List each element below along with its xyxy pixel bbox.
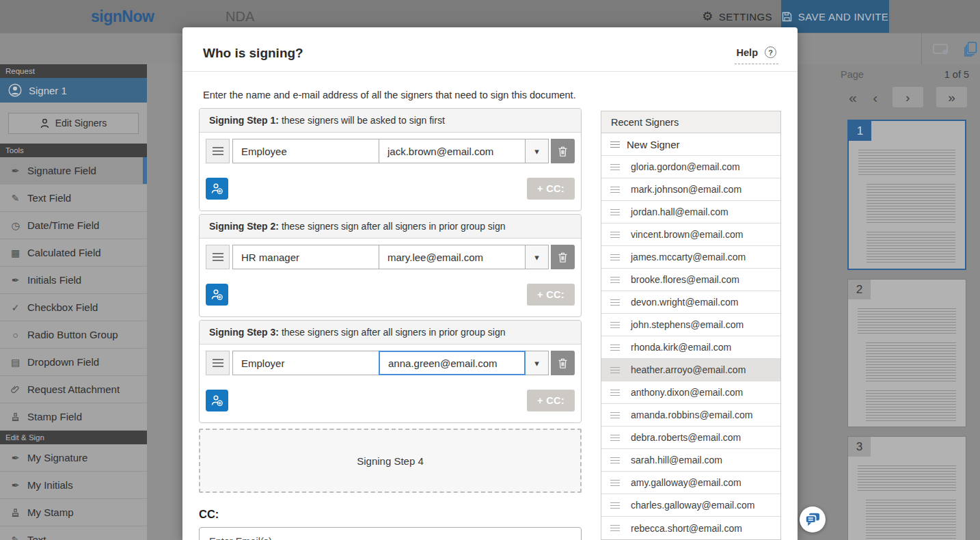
drag-handle[interactable] xyxy=(206,245,230,269)
sidebar-item-signer-1[interactable]: Signer 1 xyxy=(0,78,147,103)
recent-signer-row[interactable]: jordan.hall@email.com xyxy=(601,201,780,224)
radio-icon: ○ xyxy=(10,330,21,340)
sidebar-item-my-signature[interactable]: ✒My Signature xyxy=(0,444,147,472)
sidebar-item-label: Stamp Field xyxy=(27,411,82,422)
field-settings-icon xyxy=(933,42,951,56)
toolbar-cell[interactable] xyxy=(921,33,961,65)
sidebar-item-calculated-field[interactable]: ▦Calculated Field xyxy=(0,239,147,267)
edit-signers-button[interactable]: Edit Signers xyxy=(8,113,139,134)
sidebar-item-initials-field[interactable]: ✒Initials Field xyxy=(0,267,147,294)
edit-sign-section-header: Edit & Sign xyxy=(0,431,147,444)
recent-signer-row[interactable]: rhonda.kirk@email.com xyxy=(601,336,780,359)
next-page-button[interactable]: › xyxy=(893,87,923,107)
recent-signer-row[interactable]: charles.galloway@email.com xyxy=(601,494,780,517)
recent-signer-email: brooke.flores@email.com xyxy=(631,274,739,285)
recent-signer-row[interactable]: rebecca.short@email.com xyxy=(601,517,780,539)
cc-emails-input[interactable] xyxy=(199,527,582,540)
recent-signer-email: rhonda.kirk@email.com xyxy=(631,342,731,353)
page-thumbnail-1[interactable]: 1 xyxy=(847,120,966,270)
caret-down-icon: ▾ xyxy=(534,146,539,157)
toolbar-cell[interactable] xyxy=(961,33,980,65)
sidebar-item-stamp-field[interactable]: Stamp Field xyxy=(0,403,147,431)
drag-handle[interactable] xyxy=(206,351,230,375)
email-dropdown-button[interactable]: ▾ xyxy=(525,245,549,269)
recent-signer-row[interactable]: heather.arroyo@email.com xyxy=(601,359,780,381)
sidebar-item-date-time-field[interactable]: ◷Date/Time Field xyxy=(0,212,147,239)
sidebar-item-text[interactable]: ✎Text xyxy=(0,526,147,540)
first-page-button[interactable]: « xyxy=(847,90,858,105)
drag-handle-icon xyxy=(610,322,620,328)
recent-signer-row[interactable]: debra.roberts@email.com xyxy=(601,427,780,449)
delete-signer-button[interactable] xyxy=(551,351,575,375)
pencil-icon: ✎ xyxy=(10,535,21,540)
recent-signer-row[interactable]: mark.johnson@email.com xyxy=(601,178,780,201)
recent-signer-row[interactable]: gloria.gordon@email.com xyxy=(601,156,780,178)
recent-signer-email: heather.arroyo@email.com xyxy=(631,364,746,375)
recent-signers-list: gloria.gordon@email.commark.johnson@emai… xyxy=(601,156,780,539)
add-cc-button[interactable]: + CC: xyxy=(527,284,575,306)
sidebar-item-signature-field[interactable]: ✒Signature Field xyxy=(0,157,147,185)
step-subtitle: these signers sign after all signers in … xyxy=(282,327,506,338)
sidebar-item-checkbox-field[interactable]: ✓Checkbox Field xyxy=(0,294,147,321)
recent-signer-row[interactable]: amanda.robbins@email.com xyxy=(601,404,780,427)
sidebar-item-radio-button-group[interactable]: ○Radio Button Group xyxy=(0,321,147,349)
signer-email-input[interactable] xyxy=(379,245,526,269)
signer-name-input[interactable] xyxy=(232,351,379,375)
chat-support-button[interactable] xyxy=(800,507,826,532)
new-signer-row[interactable]: New Signer xyxy=(601,133,780,156)
modal-header: Who is signing? Help ? xyxy=(182,27,798,72)
recent-signer-row[interactable]: brooke.flores@email.com xyxy=(601,269,780,291)
question-circle-icon: ? xyxy=(765,46,776,58)
delete-signer-button[interactable] xyxy=(551,245,575,269)
drag-handle-icon xyxy=(213,253,223,261)
page-number-badge: 3 xyxy=(848,437,871,457)
last-page-button[interactable]: » xyxy=(936,87,967,107)
add-cc-button[interactable]: + CC: xyxy=(527,390,575,411)
sidebar-item-label: Text xyxy=(27,534,46,540)
drag-handle-icon xyxy=(610,164,620,170)
recent-signer-row[interactable]: amy.galloway@email.com xyxy=(601,472,780,494)
recent-signer-row[interactable]: james.mccarty@email.com xyxy=(601,246,780,269)
add-signer-button[interactable] xyxy=(206,284,228,306)
recent-signer-row[interactable]: john.stephens@email.com xyxy=(601,314,780,336)
edit-signers-label: Edit Signers xyxy=(55,118,107,129)
page-thumbnail-2[interactable]: 2 xyxy=(847,279,966,427)
page-number-badge: 2 xyxy=(848,280,871,299)
signer-email-input[interactable] xyxy=(379,139,526,163)
edit-signers-area: Edit Signers xyxy=(0,103,147,144)
thumbnail-text xyxy=(866,390,956,423)
page-thumbnail-3[interactable]: 3 xyxy=(847,436,966,540)
caret-down-icon: ▾ xyxy=(534,252,539,262)
prev-page-button[interactable]: ‹ xyxy=(871,90,879,105)
add-signer-button[interactable] xyxy=(206,178,228,200)
delete-signer-button[interactable] xyxy=(551,139,575,163)
sidebar-item-text-field[interactable]: ✎Text Field xyxy=(0,185,147,212)
sidebar-item-request-attachment[interactable]: Request Attachment xyxy=(0,376,147,403)
save-and-invite-button[interactable]: SAVE AND INVITE xyxy=(781,0,889,33)
signing-step-4-dropzone[interactable]: Signing Step 4 xyxy=(199,429,582,493)
email-dropdown-button[interactable]: ▾ xyxy=(525,351,549,375)
sidebar-item-my-initials[interactable]: ✒My Initials xyxy=(0,472,147,499)
step-subtitle: these signers will be asked to sign firs… xyxy=(282,115,445,126)
signing-step-3-header: Signing Step 3: these signers sign after… xyxy=(200,321,581,345)
sidebar-item-dropdown-field[interactable]: ▤Dropdown Field xyxy=(0,349,147,376)
drag-handle-icon xyxy=(610,232,620,238)
recent-signer-row[interactable]: vincent.brown@email.com xyxy=(601,224,780,246)
signer-email-input-focused[interactable] xyxy=(379,351,526,375)
help-link[interactable]: Help ? xyxy=(735,46,778,64)
recent-signer-row[interactable]: anthony.dixon@email.com xyxy=(601,381,780,404)
sidebar-tools: ✒Signature Field✎Text Field◷Date/Time Fi… xyxy=(0,157,147,431)
thumbnail-text xyxy=(858,465,956,493)
who-is-signing-modal: Who is signing? Help ? Enter the name an… xyxy=(182,27,798,540)
drag-handle[interactable] xyxy=(206,139,230,163)
recent-signer-row[interactable]: sarah.hill@email.com xyxy=(601,449,780,472)
app-root: signNow NDA ⚙ SETTINGS SAVE AND INVITE R… xyxy=(0,0,980,540)
recent-signer-row[interactable]: devon.wright@email.com xyxy=(601,291,780,314)
add-cc-button[interactable]: + CC: xyxy=(527,178,575,200)
add-signer-button[interactable] xyxy=(206,390,228,411)
signer-name-input[interactable] xyxy=(232,139,379,163)
signer-name-input[interactable] xyxy=(232,245,379,269)
sidebar-item-label: Signature Field xyxy=(27,165,96,176)
sidebar-item-my-stamp[interactable]: My Stamp xyxy=(0,499,147,526)
email-dropdown-button[interactable]: ▾ xyxy=(525,139,549,163)
